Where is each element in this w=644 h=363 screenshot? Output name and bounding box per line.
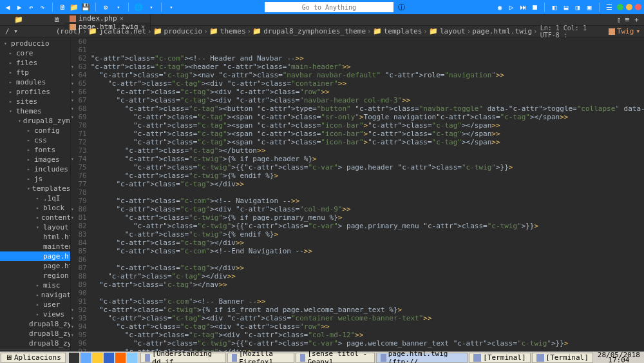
code-line[interactable]: "c-attr">class="c-twig">{{"c-attr">class… <box>91 339 644 348</box>
code-line[interactable]: "c-attr">class="c-tag"><div "c-attr">cla… <box>91 331 644 339</box>
editor-tab[interactable]: index.php× <box>64 14 151 23</box>
code-line[interactable]: "c-attr">class="c-tag"></button>> <box>91 146 644 155</box>
firefox-icon[interactable] <box>115 353 126 363</box>
chevron-down-icon[interactable]: ▾ <box>146 2 156 12</box>
new-file-icon[interactable]: 🗎 <box>57 2 68 12</box>
app-icon[interactable] <box>92 353 102 363</box>
open-file-icon[interactable]: 📁 <box>69 2 79 12</box>
thunderbird-icon[interactable] <box>104 353 114 363</box>
minimize-icon[interactable] <box>617 4 623 10</box>
code-line[interactable]: "c-attr">class="c-tag"><div "c-attr">cla… <box>91 79 644 88</box>
run-icon[interactable]: ⚙ <box>100 2 111 12</box>
tree-file[interactable]: drupal8_zymp... <box>0 338 70 348</box>
code-line[interactable]: "c-attr">class="c-com"><!--End Navigatio… <box>91 247 644 255</box>
code-line[interactable] <box>91 46 644 54</box>
tree-file[interactable]: html.ht... <box>0 232 70 242</box>
tree-folder[interactable]: ▸ftp <box>0 68 70 77</box>
tree-folder[interactable]: ▸images <box>0 155 70 164</box>
menu-icon[interactable]: ☰ <box>604 2 614 12</box>
tree-file[interactable]: page.ht... <box>0 261 70 271</box>
code-line[interactable]: "c-attr">class="c-tag"><nav "c-attr">cla… <box>91 71 644 79</box>
code-line[interactable]: "c-attr">class="c-tag"><div "c-attr">cla… <box>91 205 644 213</box>
record-icon[interactable]: ◉ <box>495 2 505 12</box>
code-line[interactable]: "c-attr">class="c-tag"><header "c-attr">… <box>91 63 644 71</box>
code-line[interactable]: "c-attr">class="c-tag"><div "c-attr">cla… <box>91 88 644 96</box>
tree-folder[interactable]: ▸profiles <box>0 87 70 97</box>
code-line[interactable]: "c-attr">class="c-twig">{% if page.heade… <box>91 155 644 163</box>
tree-folder[interactable]: ▸navigation <box>0 290 70 300</box>
code-line[interactable]: "c-attr">class="c-tag"><div "c-attr">cla… <box>91 314 644 322</box>
language-selector[interactable]: Twig ▾ <box>609 27 640 35</box>
code-line[interactable]: "c-attr">class="c-tag"><span "c-attr">cl… <box>91 121 644 130</box>
komodo-icon[interactable] <box>127 353 137 363</box>
code-line[interactable]: "c-attr">class="c-tag"><span "c-attr">cl… <box>91 130 644 138</box>
split-view-icon[interactable]: ▯ <box>617 15 621 24</box>
stop-icon[interactable]: ⏹ <box>529 2 540 12</box>
tree-file[interactable]: drupal8_zymp... <box>0 319 70 329</box>
breadcrumb-segment[interactable]: page.html.twig <box>472 27 532 35</box>
tab-list-icon[interactable]: ≡ <box>625 15 629 24</box>
terminal-icon[interactable] <box>69 353 79 363</box>
code-editor[interactable]: ▾▾▾▾▾▾▾▾▾▾▾▾▾▾▾▾▾▾ 606162636465666768697… <box>71 37 644 351</box>
tree-folder[interactable]: ▸css <box>0 135 70 145</box>
code-line[interactable] <box>91 188 644 197</box>
code-line[interactable]: "c-attr">class="c-twig">{% if is_front a… <box>91 306 644 314</box>
tree-folder[interactable]: ▾layout <box>0 222 70 232</box>
save-icon[interactable]: 💾 <box>80 2 91 12</box>
code-line[interactable]: "c-attr">class="c-tag"></div>> <box>91 180 644 188</box>
code-line[interactable]: "c-attr">class="c-twig">{% if page.prima… <box>91 213 644 222</box>
breadcrumb-segment[interactable]: 📁templates <box>373 27 422 35</box>
add-tab-icon[interactable]: ＋ <box>633 15 640 25</box>
breadcrumb-segment[interactable]: 📁layout <box>429 27 466 35</box>
info-icon[interactable]: ⓘ <box>396 2 406 12</box>
tree-file[interactable]: page.ht... <box>0 251 70 261</box>
code-line[interactable]: "c-attr">class="c-tag"><button "c-attr">… <box>91 104 644 113</box>
code-line[interactable]: "c-attr">class="c-tag"><span "c-attr">cl… <box>91 138 644 146</box>
taskbar-task[interactable]: [Terminal] <box>532 353 593 363</box>
breadcrumb-segment[interactable]: 📁jcatala.net <box>88 27 146 35</box>
panel-bottom-icon[interactable]: ⬓ <box>561 2 571 12</box>
panel-right-icon[interactable]: ◨ <box>573 2 583 12</box>
globe-icon[interactable]: 🌐 <box>133 2 144 12</box>
tree-file[interactable]: mainten... <box>0 242 70 251</box>
code-line[interactable] <box>91 37 644 46</box>
tree-folder[interactable]: ▸block <box>0 203 70 213</box>
taskbar-task[interactable]: [sense títol - Geany] <box>296 353 375 363</box>
chevron-down-icon[interactable]: ▾ <box>113 2 124 12</box>
tree-folder[interactable]: ▸fonts <box>0 145 70 155</box>
taskbar-task[interactable]: [Terminal] <box>469 353 530 363</box>
code-line[interactable] <box>91 255 644 264</box>
tree-folder[interactable]: ▸config <box>0 126 70 135</box>
code-line[interactable]: "c-attr">class="c-tag"></div>> <box>91 264 644 272</box>
folder-icon[interactable]: 📁 <box>14 15 23 24</box>
breadcrumb-segment[interactable]: 📁produccio <box>153 27 203 35</box>
tree-folder[interactable]: ▸content <box>0 213 70 222</box>
undo-icon[interactable]: ↶ <box>26 2 36 12</box>
tree-folder[interactable]: ▸modules <box>0 77 70 87</box>
nav-fwd-icon[interactable]: ▶ <box>14 2 24 12</box>
tree-folder[interactable]: ▾themes <box>0 106 70 116</box>
code-line[interactable]: "c-attr">class="c-tag"></div>> <box>91 239 644 247</box>
taskbar-task[interactable]: [Understanding dd if... <box>140 353 226 363</box>
tree-folder[interactable]: ▸.1qI <box>0 193 70 203</box>
step-icon[interactable]: ⏭ <box>518 2 528 12</box>
tree-folder[interactable]: ▾produccio <box>0 39 70 48</box>
taskbar-task[interactable]: page.html.twig (ftp://... <box>376 353 468 363</box>
chevron-down-icon[interactable]: ▾ <box>166 2 176 12</box>
redo-icon[interactable]: ↷ <box>37 2 48 12</box>
tree-folder[interactable]: ▸includes <box>0 164 70 174</box>
code-line[interactable]: "c-attr">class="c-tag"><div "c-attr">cla… <box>91 322 644 331</box>
tree-folder[interactable]: ▸misc <box>0 280 70 290</box>
close-tab-icon[interactable]: × <box>120 14 124 23</box>
breadcrumb-segment[interactable]: 📁drupal8_zymphonies_theme <box>252 27 366 35</box>
panel-full-icon[interactable]: ▣ <box>584 2 594 12</box>
tree-file[interactable]: region.h... <box>0 271 70 280</box>
code-line[interactable]: "c-attr">class="c-com"><!-- Banner -->> <box>91 297 644 306</box>
goto-anything-search[interactable] <box>265 2 393 12</box>
code-line[interactable] <box>91 289 644 297</box>
tree-folder[interactable]: ▾templates <box>0 184 70 193</box>
close-icon[interactable] <box>635 4 641 10</box>
code-line[interactable]: "c-attr">class="c-twig">{{"c-attr">class… <box>91 163 644 172</box>
tree-folder[interactable]: ▾drupal8_zympho <box>0 116 70 126</box>
code-line[interactable]: "c-attr">class="c-tag"></nav>> <box>91 280 644 289</box>
